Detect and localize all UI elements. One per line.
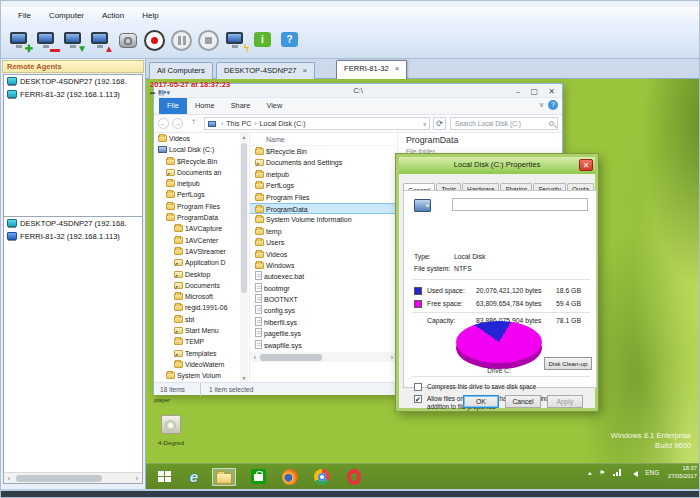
scroll-left-icon[interactable]: ‹ xyxy=(4,473,14,484)
help-icon[interactable]: ? xyxy=(278,28,303,55)
add-computer-icon[interactable]: ✚ xyxy=(8,28,33,55)
scroll-right-icon[interactable]: › xyxy=(132,473,142,484)
download-from-computer-icon[interactable]: ▼ xyxy=(62,28,87,55)
network-icon[interactable] xyxy=(613,469,622,476)
tree-item-application-d[interactable]: Application D xyxy=(155,257,240,268)
file-list-scrollbar[interactable]: ‹ › xyxy=(250,352,397,362)
scroll-down-icon[interactable]: ▼ xyxy=(240,374,248,382)
properties-dialog[interactable]: Local Disk (C:) Properties ✕ GeneralTool… xyxy=(396,154,598,411)
file-item-perflogs[interactable]: PerfLogs xyxy=(250,180,397,191)
help-icon[interactable]: ? xyxy=(548,100,558,110)
cancel-button[interactable]: Cancel xyxy=(505,395,541,408)
desktop-shortcut[interactable]: 4-Degred xyxy=(151,415,191,446)
tree-item-local-disk-c[interactable]: Local Disk (C:) xyxy=(155,144,240,155)
webcam-icon[interactable] xyxy=(116,28,141,55)
tree-item-desktop[interactable]: Desktop xyxy=(155,269,240,280)
pause-icon[interactable] xyxy=(170,28,195,55)
tree-item-temp[interactable]: TEMP xyxy=(155,336,240,347)
stop-icon[interactable] xyxy=(197,28,222,55)
remote-desktop-view[interactable]: 2017-05-27 at 18:37:23 ▬ ‖ ▾ ▤ ▾ C:\ ‒ ▢… xyxy=(146,79,700,489)
tree-item-templates[interactable]: Templates xyxy=(155,348,240,359)
file-item-program-files[interactable]: Program Files xyxy=(250,192,397,203)
apply-button[interactable]: Apply xyxy=(547,395,583,408)
file-item-pagefile-sys[interactable]: pagefile.sys xyxy=(250,328,397,339)
file-item-bootmgr[interactable]: bootmgr xyxy=(250,283,397,294)
tree-item-documents[interactable]: Documents xyxy=(155,280,240,291)
ribbon-tab-share[interactable]: Share xyxy=(223,98,259,114)
file-item-temp[interactable]: temp xyxy=(250,226,397,237)
crumb-this-pc[interactable]: This PC xyxy=(226,120,251,127)
tree-item-1avstreamer[interactable]: 1AVStreamer xyxy=(155,246,240,257)
upload-to-computer-icon[interactable]: ▲ xyxy=(89,28,114,55)
menu-computer[interactable]: Computer xyxy=(40,7,93,25)
ok-button[interactable]: OK xyxy=(463,395,499,408)
file-item-bootnxt[interactable]: BOOTNXT xyxy=(250,294,397,305)
taskbar-store-icon[interactable] xyxy=(246,468,270,486)
tree-item-1avcenter[interactable]: 1AVCenter xyxy=(155,235,240,246)
power-computer-icon[interactable]: ϟ xyxy=(224,28,249,55)
taskbar-file-explorer-icon[interactable] xyxy=(212,468,236,486)
forward-icon[interactable]: → xyxy=(172,118,183,129)
file-item-hiberfil-sys[interactable]: hiberfil.sys xyxy=(250,317,397,328)
clock[interactable]: 18:37 27/05/2017 xyxy=(668,465,697,480)
menu-help[interactable]: Help xyxy=(133,7,167,25)
back-icon[interactable]: ← xyxy=(158,118,169,129)
taskbar-internet-explorer-icon[interactable]: e xyxy=(182,468,206,486)
file-item-inetpub[interactable]: inetpub xyxy=(250,169,397,180)
tree-item-videowatern[interactable]: VideoWatern xyxy=(155,359,240,370)
info-icon[interactable]: i xyxy=(251,28,276,55)
file-item-system-volume-information[interactable]: System Volume Information xyxy=(250,214,397,225)
window-controls[interactable]: ‒ ▢ ✕ xyxy=(516,85,559,99)
ribbon-tab-view[interactable]: View xyxy=(258,98,290,114)
tree-item-perflogs[interactable]: PerfLogs xyxy=(155,189,240,200)
scroll-thumb[interactable] xyxy=(260,354,322,361)
tab-all-computers[interactable]: All Computers xyxy=(149,62,213,79)
tree-item-recycle-bin[interactable]: $Recycle.Bin xyxy=(155,156,240,167)
file-item-config-sys[interactable]: config.sys xyxy=(250,305,397,316)
remove-computer-icon[interactable]: ▬ xyxy=(35,28,60,55)
search-input[interactable]: Search Local Disk (C:) xyxy=(450,117,558,130)
file-item-documents-and-settings[interactable]: Documents and Settings xyxy=(250,157,397,168)
file-item-users[interactable]: Users xyxy=(250,237,397,248)
ribbon-tab-file[interactable]: File xyxy=(159,98,187,114)
tree-item-microsoft[interactable]: Microsoft xyxy=(155,291,240,302)
tab-ferri-81-32[interactable]: FERRI-81-32× xyxy=(336,60,407,79)
tree-item-sbt[interactable]: sbt xyxy=(155,314,240,325)
tree-item-inetpub[interactable]: inetpub xyxy=(155,178,240,189)
close-icon[interactable]: ✕ xyxy=(579,159,593,171)
tree-item-program-files[interactable]: Program Files xyxy=(155,201,240,212)
file-item-videos[interactable]: Videos xyxy=(250,249,397,260)
tree-item-system-volum[interactable]: System Volum xyxy=(155,370,240,381)
tree-item-regid-1991-06[interactable]: regid.1991-06 xyxy=(155,302,240,313)
scroll-thumb[interactable] xyxy=(16,475,102,482)
volume-name-input[interactable] xyxy=(452,198,588,211)
show-hidden-icons-icon[interactable]: ▴ xyxy=(588,469,591,477)
crumb-local-disk-c[interactable]: Local Disk (C:) xyxy=(260,120,306,127)
ribbon-tab-home[interactable]: Home xyxy=(187,98,223,114)
menu-file[interactable]: File xyxy=(9,7,40,25)
compress-checkbox[interactable] xyxy=(414,383,422,391)
file-item-swapfile-sys[interactable]: swapfile.sys xyxy=(250,340,397,351)
refresh-icon[interactable]: ⟳ xyxy=(433,117,446,130)
tree-item-1avcapture[interactable]: 1AVCapture xyxy=(155,223,240,234)
tree-scrollbar[interactable]: ▲ ▼ xyxy=(240,133,248,382)
file-item-recycle-bin[interactable]: $Recycle.Bin xyxy=(250,146,397,157)
file-item-programdata[interactable]: ProgramData xyxy=(250,203,397,214)
tree-item-videos[interactable]: Videos xyxy=(155,133,240,144)
scroll-up-icon[interactable]: ▲ xyxy=(240,133,248,141)
agent-list-bottom[interactable]: DESKTOP-4SDNP27 (192.168.FERRI-81-32 (19… xyxy=(3,216,143,484)
taskbar-chrome-icon[interactable] xyxy=(310,468,334,486)
name-column-header[interactable]: Name xyxy=(250,133,397,146)
menu-action[interactable]: Action xyxy=(93,7,133,25)
volume-icon[interactable] xyxy=(630,471,638,477)
taskbar-opera-icon[interactable] xyxy=(342,468,366,486)
horizontal-scrollbar[interactable]: ‹ › xyxy=(4,472,142,483)
agent-item-desktop-4sdnp27[interactable]: DESKTOP-4SDNP27 (192.168. xyxy=(4,75,142,88)
file-list[interactable]: Name $Recycle.BinDocuments and Settingsi… xyxy=(250,133,397,382)
disk-cleanup-button[interactable]: Disk Clean-up xyxy=(544,357,592,370)
tree-item-start-menu[interactable]: Start Menu xyxy=(155,325,240,336)
action-center-flag-icon[interactable]: ⚑ xyxy=(599,469,605,477)
folder-tree[interactable]: VideosLocal Disk (C:)$Recycle.BinDocumen… xyxy=(155,133,240,382)
taskbar-start-icon[interactable] xyxy=(152,468,176,486)
ribbon-expand-icon[interactable]: ∨? xyxy=(539,100,558,110)
